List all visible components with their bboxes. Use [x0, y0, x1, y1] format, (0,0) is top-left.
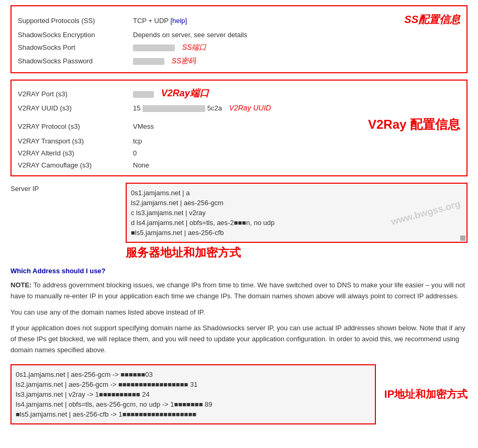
which-address-link[interactable]: Which Address should I use?: [10, 267, 468, 275]
ss-protocols-value: TCP + UDP [help]: [133, 17, 394, 25]
ss-password-blurred: [133, 58, 164, 65]
ss-protocols-label: Supported Protocols (SS): [18, 17, 133, 25]
ss-protocols-row: Supported Protocols (SS) TCP + UDP [help…: [18, 10, 460, 29]
server-ip-row-1: ls2.jamjams.net | aes-256-gcm: [131, 198, 462, 208]
v2ray-uuid-label: V2RAY UUID (s3): [18, 104, 133, 112]
note-paragraph-3: If your application does not support spe…: [10, 323, 468, 355]
v2ray-port-label: V2RAY Port (s3): [18, 90, 133, 98]
v2ray-transport-value: tcp: [133, 137, 460, 145]
ss-password-row: ShadowSocks Password SS密码: [18, 54, 460, 68]
server-ip-label: Server IP: [10, 183, 126, 193]
note-paragraph-1: NOTE: To address government blocking iss…: [10, 280, 468, 302]
ss-password-value: SS密码: [133, 57, 460, 66]
ip-addr-row-3: ls4.jamjams.net | obfs=tls, aes-256-gcm,…: [16, 399, 371, 409]
note-text-1: To address government blocking issues, w…: [10, 281, 465, 300]
v2ray-section: V2RAY Port (s3) V2Ray端口 V2RAY UUID (s3) …: [10, 80, 468, 176]
v2ray-alterid-row: V2RAY AlterId (s3) 0: [18, 147, 460, 159]
server-ip-box: 0s1.jamjams.net | a ls2.jamjams.net | ae…: [126, 183, 468, 243]
server-ip-row-4: ■ls5.jamjams.net | aes-256-cfb: [131, 228, 462, 238]
v2ray-transport-row: V2RAY Transport (s3) tcp: [18, 135, 460, 147]
ip-addr-row-2: ls3.jamjams.net | v2ray -> 1■■■■■■■■■■ 2…: [16, 389, 371, 399]
ss-port-value: SS端口: [133, 43, 460, 52]
ip-address-box: 0s1.jamjams.net | aes-256-gcm -> ■■■■■■0…: [10, 364, 376, 424]
ss-section: Supported Protocols (SS) TCP + UDP [help…: [10, 5, 468, 73]
ss-password-annotation: SS密码: [172, 57, 196, 65]
note-paragraph-2: You can use any of the domain names list…: [10, 307, 468, 318]
ip-addr-row-0: 0s1.jamjams.net | aes-256-gcm -> ■■■■■■0…: [16, 369, 371, 379]
ss-port-label: ShadowSocks Port: [18, 43, 133, 51]
ip-addr-row-4: ■ls5.jamjams.net | aes-256-cfb -> 1■■■■■…: [16, 409, 371, 419]
v2ray-camouflage-row: V2RAY Camouflage (s3) None: [18, 159, 460, 171]
v2ray-camouflage-value: None: [133, 161, 460, 169]
resize-handle[interactable]: [460, 236, 465, 241]
server-ip-section: Server IP 0s1.jamjams.net | a ls2.jamjam…: [10, 183, 468, 261]
v2ray-transport-label: V2RAY Transport (s3): [18, 137, 133, 145]
v2ray-uuid-row: V2RAY UUID (s3) 15 5c2a V2Ray UUID: [18, 102, 460, 114]
ss-encryption-row: ShadowSocks Encryption Depends on server…: [18, 29, 460, 41]
ss-encryption-label: ShadowSocks Encryption: [18, 31, 133, 39]
server-ip-row-2: c ls3.jamjams.net | v2ray: [131, 208, 462, 218]
v2ray-protocol-label: V2RAY Protocol (s3): [18, 122, 133, 130]
v2ray-protocol-value: VMess: [133, 122, 358, 130]
v2ray-title-annotation: V2Ray 配置信息: [368, 116, 460, 133]
ip-address-box-wrapper: 0s1.jamjams.net | aes-256-gcm -> ■■■■■■0…: [10, 364, 468, 424]
v2ray-port-annotation: V2Ray端口: [161, 88, 209, 98]
server-ip-row-3: d ls4.jamjams.net | obfs=tls, aes-2■■■n,…: [131, 218, 462, 228]
ss-port-blurred: [133, 44, 175, 51]
v2ray-uuid-annotation: V2Ray UUID: [229, 104, 271, 112]
ss-encryption-value: Depends on server, see server details: [133, 31, 460, 39]
v2ray-port-value: V2Ray端口: [133, 87, 460, 99]
ip-address-annotation: IP地址和加密方式: [384, 387, 468, 401]
v2ray-alterid-value: 0: [133, 149, 460, 157]
v2ray-port-blurred: [133, 91, 154, 98]
v2ray-uuid-value: 15 5c2a V2Ray UUID: [133, 104, 460, 112]
ss-title-annotation: SS配置信息: [404, 13, 460, 27]
v2ray-uuid-prefix: 15: [133, 104, 140, 112]
v2ray-alterid-label: V2RAY AlterId (s3): [18, 149, 133, 157]
help-link[interactable]: [help]: [170, 17, 187, 25]
v2ray-protocol-row: V2RAY Protocol (s3) VMess V2Ray 配置信息: [18, 114, 460, 135]
note-bold-label: NOTE:: [10, 281, 31, 289]
note-section: NOTE: To address government blocking iss…: [10, 280, 468, 356]
ss-password-label: ShadowSocks Password: [18, 57, 133, 65]
ss-port-row: ShadowSocks Port SS端口: [18, 41, 460, 54]
which-address-section: Which Address should I use?: [10, 267, 468, 275]
server-ip-annotation: 服务器地址和加密方式: [126, 245, 241, 261]
v2ray-uuid-blurred: [142, 105, 205, 112]
v2ray-port-row: V2RAY Port (s3) V2Ray端口: [18, 85, 460, 102]
server-ip-row-0: 0s1.jamjams.net | a: [131, 188, 462, 198]
ip-addr-row-1: ls2.jamjams.net | aes-256-gcm -> ■■■■■■■…: [16, 379, 371, 389]
v2ray-camouflage-label: V2RAY Camouflage (s3): [18, 161, 133, 169]
v2ray-uuid-suffix: 5c2a: [207, 104, 222, 112]
ss-port-annotation: SS端口: [182, 43, 207, 51]
